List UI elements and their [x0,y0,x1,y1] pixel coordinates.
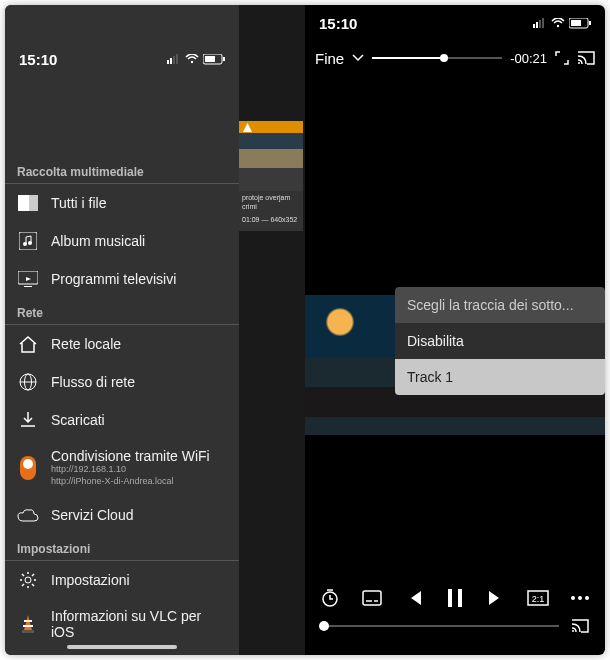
globe-icon [17,372,39,392]
thumbnail-image [239,133,303,191]
more-icon[interactable] [569,587,591,609]
music-icon [17,231,39,251]
subtitles-icon[interactable] [361,587,383,609]
menu-settings[interactable]: Impostazioni [5,561,239,599]
menu-label: Tutti i file [51,195,107,211]
clock: 15:10 [19,51,57,68]
cast-icon[interactable] [577,51,595,65]
pause-icon[interactable] [444,587,466,609]
files-icon [17,193,39,213]
menu-all-files[interactable]: Tutti i file [5,184,239,222]
svg-rect-2 [173,56,175,64]
svg-rect-27 [542,18,544,28]
svg-rect-22 [23,625,33,627]
seek-slider[interactable] [319,625,559,627]
menu-label: Scaricati [51,412,105,428]
svg-point-11 [23,242,27,246]
wifi-icon [551,18,565,28]
thumbnail-title: protoje overjam crimi [239,191,303,213]
menu-wifi-sharing[interactable]: Condivisione tramite WiFi http://192.168… [5,439,239,496]
video-thumbnail[interactable]: protoje overjam crimi 01:09 — 640x352 [239,121,303,231]
wifi-icon [185,54,199,64]
svg-rect-3 [176,54,178,64]
stage-light [323,305,357,339]
subtitle-option-disable[interactable]: Disabilita [395,323,605,359]
chevron-down-icon[interactable] [352,54,364,62]
previous-icon[interactable] [402,587,424,609]
menu-albums[interactable]: Album musicali [5,222,239,260]
cast-icon[interactable] [569,615,591,637]
menu-label: Flusso di rete [51,374,135,390]
svg-point-41 [571,596,575,600]
svg-rect-34 [363,591,381,605]
thumbnail-meta: 01:09 — 640x352 [239,213,303,226]
battery-icon [569,18,591,29]
svg-point-20 [25,577,31,583]
menu-local-network[interactable]: Rete locale [5,325,239,363]
subtitle-option-track1[interactable]: Track 1 [395,359,605,395]
menu-about[interactable]: Informazioni su VLC per iOS [5,599,239,649]
svg-rect-1 [170,58,172,64]
svg-rect-21 [24,620,32,622]
cloud-icon [17,505,39,525]
battery-icon [203,54,225,65]
status-icons [533,18,591,29]
svg-rect-23 [22,630,34,633]
svg-rect-37 [448,589,452,607]
status-bar: 15:10 [305,5,605,41]
section-media-header: Raccolta multimediale [5,157,239,184]
svg-point-4 [191,61,193,63]
time-remaining: -00:21 [510,51,547,66]
svg-point-44 [572,630,574,632]
wifi-url-1: http://192.168.1.10 [51,464,210,476]
svg-point-19 [23,459,33,469]
signal-icon [167,54,181,64]
home-indicator[interactable] [67,645,177,649]
section-network-header: Rete [5,298,239,325]
menu-label: Servizi Cloud [51,507,133,523]
subtitle-menu-title: Scegli la traccia dei sotto... [395,287,605,323]
svg-rect-26 [539,20,541,28]
wifi-url-2: http://iPhone-X-di-Andrea.local [51,476,210,488]
svg-text:2:1: 2:1 [532,594,545,604]
menu-label: Informazioni su VLC per iOS [51,608,227,640]
svg-rect-30 [589,21,591,25]
menu-tv[interactable]: Programmi televisivi [5,260,239,298]
vlc-cone-icon [17,614,39,634]
menu-screenshot: protoje overjam crimi 01:09 — 640x352 15… [5,5,305,655]
menu-label: Programmi televisivi [51,271,176,287]
sleep-timer-icon[interactable] [319,587,341,609]
svg-point-28 [557,25,559,27]
home-icon [17,334,39,354]
done-button[interactable]: Fine [315,50,344,67]
menu-label: Album musicali [51,233,145,249]
svg-rect-38 [458,589,462,607]
section-settings-header: Impostazioni [5,534,239,561]
download-icon [17,410,39,430]
menu-label: Condivisione tramite WiFi [51,448,210,464]
fullscreen-icon[interactable] [555,51,569,65]
player-screenshot: 15:10 Fine -00:21 Scegli la traccia dei … [305,5,605,655]
menu-cloud[interactable]: Servizi Cloud [5,496,239,534]
svg-rect-13 [18,271,38,284]
svg-rect-9 [29,195,38,211]
side-menu: 15:10 Raccolta multimediale Tutti i file… [5,5,239,655]
progress-slider[interactable] [372,57,502,59]
svg-rect-0 [167,60,169,64]
status-bar: 15:10 [5,41,239,77]
tv-icon [17,269,39,289]
menu-network-stream[interactable]: Flusso di rete [5,363,239,401]
clock: 15:10 [319,15,357,32]
gear-icon [17,570,39,590]
aspect-ratio-icon[interactable]: 2:1 [527,587,549,609]
svg-rect-24 [533,24,535,28]
svg-point-42 [578,596,582,600]
signal-icon [533,18,547,28]
menu-downloads[interactable]: Scaricati [5,401,239,439]
menu-label: Impostazioni [51,572,130,588]
next-icon[interactable] [486,587,508,609]
svg-rect-10 [19,232,37,250]
svg-rect-31 [571,20,581,26]
wifi-toggle-icon [17,458,39,478]
subtitle-menu: Scegli la traccia dei sotto... Disabilit… [395,287,605,395]
